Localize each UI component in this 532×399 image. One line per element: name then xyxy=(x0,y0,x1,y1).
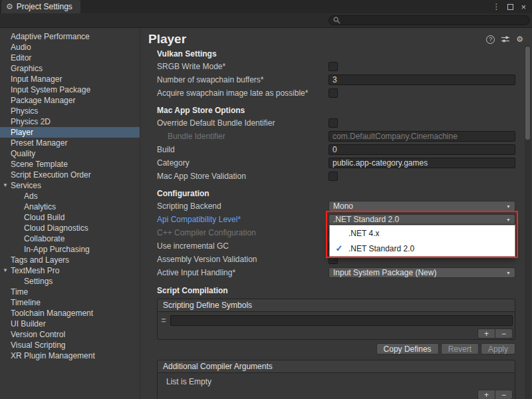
scrollbar-thumb[interactable] xyxy=(525,47,530,140)
field-row-scripting-backend: Scripting Backend Mono ▼ xyxy=(157,200,515,213)
section-header: Configuration xyxy=(157,188,515,200)
sidebar-item-analytics[interactable]: Analytics xyxy=(0,201,140,212)
field-label: Active Input Handling* xyxy=(157,268,329,277)
api-compatibility-dropdown[interactable]: .NET Standard 2.0 ▼ xyxy=(329,214,515,225)
menu-item-label: .NET 4.x xyxy=(348,229,379,238)
add-button[interactable]: + xyxy=(477,390,495,399)
sidebar-item-textmesh-pro[interactable]: ▼ TextMesh Pro xyxy=(0,265,140,276)
sidebar-item-collaborate[interactable]: Collaborate xyxy=(0,233,140,244)
list-header: Additional Compiler Arguments xyxy=(158,360,515,373)
override-bundle-id-checkbox[interactable] xyxy=(329,118,338,128)
sidebar-item-physics[interactable]: Physics xyxy=(0,106,140,116)
preset-icon[interactable] xyxy=(501,35,510,43)
sidebar-item-scene-template[interactable]: Scene Template xyxy=(0,159,140,170)
sidebar-item-toolchain-management[interactable]: Toolchain Management xyxy=(0,308,140,319)
search-box[interactable] xyxy=(329,15,530,25)
sidebar-item-xr-plugin-management[interactable]: XR Plugin Management xyxy=(0,350,140,361)
sidebar-item-cloud-build[interactable]: Cloud Build xyxy=(0,212,140,223)
panel-header: Player ? ⚙ xyxy=(140,28,532,47)
field-row-acquire-swapchain: Acquire swapchain image late as possible… xyxy=(157,86,515,100)
foldout-arrow-icon[interactable]: ▼ xyxy=(3,265,8,276)
gear-icon[interactable]: ⚙ xyxy=(516,35,523,44)
remove-button[interactable]: − xyxy=(495,329,513,338)
sidebar-item-timeline[interactable]: Timeline xyxy=(0,297,140,308)
sidebar-item-script-execution-order[interactable]: Script Execution Order xyxy=(0,170,140,180)
build-input[interactable] xyxy=(329,144,515,155)
scripting-backend-dropdown[interactable]: Mono ▼ xyxy=(329,201,515,211)
menu-item-net-4x[interactable]: .NET 4.x xyxy=(330,225,515,241)
sidebar-item-input-system-package[interactable]: Input System Package xyxy=(0,84,140,95)
sidebar-item-tags-and-layers[interactable]: Tags and Layers xyxy=(0,255,140,265)
acquire-swapchain-checkbox[interactable] xyxy=(329,88,338,98)
sidebar-item-cloud-diagnostics[interactable]: Cloud Diagnostics xyxy=(0,223,140,233)
revert-button[interactable]: Revert xyxy=(441,343,479,354)
field-row-category: Category xyxy=(157,156,515,170)
maximize-icon[interactable] xyxy=(507,4,513,10)
list-item: = xyxy=(160,314,513,327)
active-input-handling-dropdown[interactable]: Input System Package (New) ▼ xyxy=(329,267,515,278)
sidebar-item-version-control[interactable]: Version Control xyxy=(0,329,140,340)
copy-defines-button[interactable]: Copy Defines xyxy=(376,343,439,354)
sidebar-item-package-manager[interactable]: Package Manager xyxy=(0,95,140,106)
sidebar-item-label: TextMesh Pro xyxy=(11,266,59,275)
title-bar: ⚙ Project Settings ⋮ × xyxy=(0,0,532,13)
field-label: Override Default Bundle Identifier xyxy=(157,118,329,128)
field-row-build: Build xyxy=(157,143,515,156)
swapchain-buffers-input[interactable] xyxy=(329,74,515,85)
sidebar-item-services[interactable]: ▼ Services xyxy=(0,180,140,191)
sidebar-item-player[interactable]: Player xyxy=(0,127,140,138)
field-label: C++ Compiler Configuration xyxy=(157,228,329,237)
sidebar-item-audio[interactable]: Audio xyxy=(0,42,140,53)
chevron-down-icon: ▼ xyxy=(506,204,511,209)
field-row-active-input-handling: Active Input Handling* Input System Pack… xyxy=(157,266,515,279)
sidebar-item-adaptive-performance[interactable]: Adaptive Performance xyxy=(0,31,140,42)
remove-button[interactable]: − xyxy=(495,390,513,399)
sidebar-item-input-manager[interactable]: Input Manager xyxy=(0,74,140,84)
settings-sidebar: Adaptive Performance Audio Editor Graphi… xyxy=(0,28,140,399)
drag-handle[interactable]: = xyxy=(160,316,168,325)
field-label: Build xyxy=(157,145,329,154)
tab-title: Project Settings xyxy=(17,2,72,11)
sidebar-item-in-app-purchasing[interactable]: In-App Purchasing xyxy=(0,244,140,255)
sidebar-item-ads[interactable]: Ads xyxy=(0,191,140,201)
section-vulkan-settings: Vulkan Settings SRGB Write Mode* Number … xyxy=(157,48,515,100)
chevron-down-icon: ▼ xyxy=(506,271,511,275)
menu-item-net-standard-20[interactable]: ✓ .NET Standard 2.0 xyxy=(330,241,515,256)
field-row-api-compatibility: Api Compatibility Level* .NET Standard 2… xyxy=(157,213,515,226)
srgb-write-mode-checkbox[interactable] xyxy=(329,62,338,71)
vertical-scrollbar[interactable] xyxy=(525,45,531,399)
field-row-swapchain-buffers: Number of swapchain buffers* xyxy=(157,73,515,86)
sidebar-item-quality[interactable]: Quality xyxy=(0,148,140,159)
check-icon: ✓ xyxy=(330,243,348,253)
search-input[interactable] xyxy=(343,17,525,25)
sidebar-item-time[interactable]: Time xyxy=(0,287,140,297)
define-symbol-input[interactable] xyxy=(170,315,513,326)
section-header: Mac App Store Options xyxy=(157,104,515,116)
add-button[interactable]: + xyxy=(477,329,495,338)
foldout-arrow-icon[interactable]: ▼ xyxy=(3,180,8,191)
field-label: Use incremental GC xyxy=(157,241,329,251)
sidebar-item-graphics[interactable]: Graphics xyxy=(0,63,140,74)
kebab-menu-icon[interactable]: ⋮ xyxy=(492,2,500,11)
scripting-define-symbols-list: Scripting Define Symbols = + − xyxy=(157,299,515,340)
mac-validation-checkbox[interactable] xyxy=(329,172,338,181)
section-mac-app-store: Mac App Store Options Override Default B… xyxy=(157,104,515,183)
category-input[interactable] xyxy=(329,158,515,168)
dropdown-value: Input System Package (New) xyxy=(333,268,436,277)
sidebar-item-visual-scripting[interactable]: Visual Scripting xyxy=(0,340,140,350)
chevron-down-icon: ▼ xyxy=(506,217,511,222)
dropdown-value: .NET Standard 2.0 xyxy=(333,215,399,224)
additional-compiler-arguments-list: Additional Compiler Arguments List is Em… xyxy=(157,360,515,399)
sidebar-item-ui-builder[interactable]: UI Builder xyxy=(0,319,140,329)
field-label: Number of swapchain buffers* xyxy=(157,75,329,84)
sidebar-item-editor[interactable]: Editor xyxy=(0,53,140,63)
field-label: SRGB Write Mode* xyxy=(157,62,329,71)
close-icon[interactable]: × xyxy=(521,2,526,12)
tab-project-settings[interactable]: ⚙ Project Settings xyxy=(1,0,80,13)
sidebar-item-textmesh-settings[interactable]: Settings xyxy=(0,276,140,287)
menu-item-label: .NET Standard 2.0 xyxy=(348,244,414,253)
sidebar-item-physics-2d[interactable]: Physics 2D xyxy=(0,116,140,127)
help-icon[interactable]: ? xyxy=(486,35,495,44)
sidebar-item-preset-manager[interactable]: Preset Manager xyxy=(0,138,140,148)
apply-button[interactable]: Apply xyxy=(481,343,515,354)
